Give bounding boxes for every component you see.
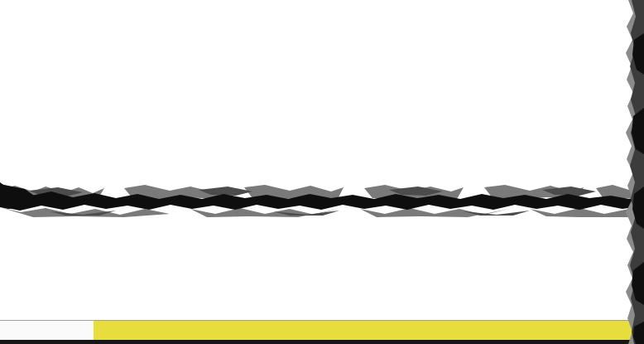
sheet-tab-bar	[0, 320, 644, 340]
sheet-nav	[0, 321, 94, 340]
bottom-bar	[0, 340, 644, 344]
spreadsheet-window	[0, 0, 644, 344]
sheet-tabs	[94, 321, 644, 340]
grid-bottom-section	[0, 204, 644, 320]
